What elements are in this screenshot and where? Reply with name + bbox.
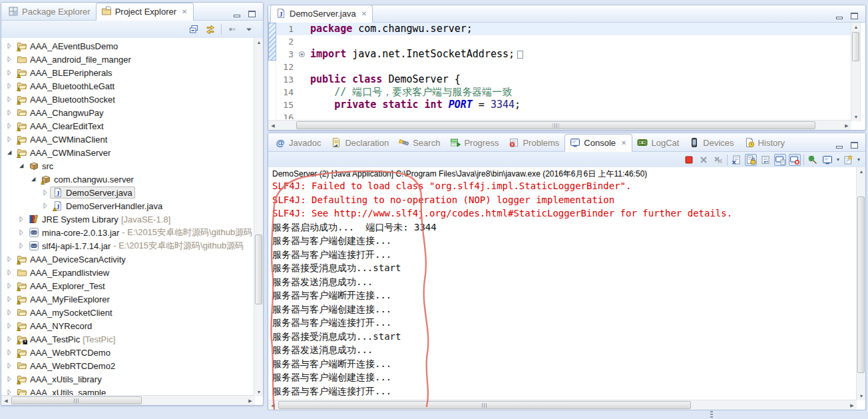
collapsed-arrow-icon[interactable] xyxy=(4,362,14,369)
tab-demoserver-java[interactable]: JDemoServer.java✕ xyxy=(270,5,373,23)
collapsed-arrow-icon[interactable] xyxy=(4,56,14,63)
code-line[interactable]: 12 xyxy=(276,61,865,73)
tree-row[interactable]: AAA_DeviceScanActivity xyxy=(1,252,263,266)
tree-row[interactable]: AAA_Explorer_Test xyxy=(1,279,263,292)
code-line[interactable]: 13public class DemoServer { xyxy=(276,73,865,86)
tab-package-explorer[interactable]: Package Explorer xyxy=(3,3,96,20)
collapsed-arrow-icon[interactable] xyxy=(4,282,14,289)
show-on-stdout-button[interactable] xyxy=(774,154,786,166)
tree-row[interactable]: AAA_WebRTCDemo xyxy=(1,346,263,359)
tree-item[interactable]: AAA_Explorer_Test xyxy=(14,280,108,292)
collapsed-arrow-icon[interactable] xyxy=(4,336,14,342)
tree-row[interactable]: AAA_CWMinaServer xyxy=(1,146,263,159)
collapsed-arrow-icon[interactable] xyxy=(4,43,14,49)
tab-declaration[interactable]: Declaration xyxy=(326,135,394,151)
tab-problems[interactable]: Problems xyxy=(504,135,564,151)
view-dropdown-button[interactable] xyxy=(243,23,255,35)
tree-row[interactable]: AAA_AEventBusDemo xyxy=(1,39,263,53)
code-line[interactable]: 14 // 端口号，要求客户端与服务器端一致 xyxy=(276,86,865,99)
tab-progress[interactable]: Progress xyxy=(445,135,504,151)
console-hscroll-thumb[interactable] xyxy=(278,401,691,409)
collapsed-arrow-icon[interactable] xyxy=(4,123,14,129)
tree-item[interactable]: src xyxy=(26,160,56,172)
link-with-editor-button[interactable] xyxy=(204,23,216,35)
scroll-up-arrow[interactable]: ▲ xyxy=(851,23,861,31)
maximize-button[interactable] xyxy=(850,141,859,149)
tree-row[interactable]: AAA_xUtils_sample xyxy=(1,386,263,395)
scroll-right-arrow[interactable]: ▶ xyxy=(246,396,255,406)
tree-item[interactable]: AAA_BLEPeripherals xyxy=(14,67,115,79)
tree-row[interactable]: AAA_WebRTCDemo2 xyxy=(1,359,263,372)
tree-row[interactable]: AAA_ClearEditText xyxy=(1,119,263,133)
scroll-down-arrow[interactable]: ▼ xyxy=(857,392,866,400)
tab-logcat[interactable]: LogCat xyxy=(632,135,684,151)
tree-vscrollbar[interactable]: ▲ ▼ xyxy=(254,38,263,396)
editor-hscroll-thumb[interactable] xyxy=(296,121,815,129)
tree-item[interactable]: com.changwu.server xyxy=(38,173,136,185)
tree-row[interactable]: JRE System Library[JavaSE-1.8] xyxy=(1,212,263,226)
scroll-right-arrow[interactable]: ▶ xyxy=(847,400,857,410)
minimize-button[interactable] xyxy=(835,141,843,149)
tree-item[interactable]: *AAA_TestPic[TestPic] xyxy=(14,333,118,345)
tree-row[interactable]: AAA_BLEPeripherals xyxy=(1,66,263,79)
tree-item[interactable]: AAA_BluetoothSocket xyxy=(14,93,118,105)
scroll-left-arrow[interactable]: ◀ xyxy=(268,400,278,410)
tree-row[interactable]: AAA_NYRecord xyxy=(1,319,263,332)
code-line[interactable]: 3+import java.net.InetSocketAddress; xyxy=(276,48,865,61)
tree-item[interactable]: 010slf4j-api-1.7.14.jar- E:\2015安卓临时源码\g… xyxy=(26,240,246,252)
tab-devices[interactable]: Devices xyxy=(684,135,739,151)
remove-all-launches-button[interactable] xyxy=(712,154,724,166)
collapsed-arrow-icon[interactable] xyxy=(4,69,14,76)
scroll-up-arrow[interactable]: ▲ xyxy=(857,167,866,176)
minimize-button[interactable] xyxy=(835,11,843,19)
code-editor[interactable]: 1package com.changwu.server;23+import ja… xyxy=(268,23,865,119)
tree-row[interactable]: AAA_MyFileExplorer xyxy=(1,292,263,306)
code-line[interactable]: 15 private static int PORT = 3344; xyxy=(276,99,865,111)
tree-item[interactable]: AAA_AEventBusDemo xyxy=(14,40,120,52)
scroll-down-arrow[interactable]: ▼ xyxy=(851,113,861,121)
tree-row[interactable]: 010slf4j-api-1.7.14.jar- E:\2015安卓临时源码\g… xyxy=(1,239,263,252)
tree-row[interactable]: AAA_CWMinaClient xyxy=(1,133,263,146)
tree-item[interactable]: AAA_android_file_manger xyxy=(14,53,134,65)
tab-search[interactable]: Search xyxy=(394,135,445,151)
tree-row[interactable]: *AAA_TestPic[TestPic] xyxy=(1,332,263,346)
collapsed-arrow-icon[interactable] xyxy=(16,216,26,222)
expanded-arrow-icon[interactable] xyxy=(28,176,38,183)
terminate-button[interactable] xyxy=(683,154,695,166)
tree-item[interactable]: AAA_xUtils_sample xyxy=(14,386,108,395)
expanded-arrow-icon[interactable] xyxy=(16,163,26,169)
tree-item[interactable]: AAA_ChangwuPay xyxy=(14,107,107,119)
tree-row[interactable]: JDemoServerHandler.java xyxy=(1,199,263,212)
tree-item[interactable]: AAA_DeviceScanActivity xyxy=(14,253,128,265)
console-vscroll-thumb[interactable] xyxy=(857,197,865,373)
scroll-left-arrow[interactable]: ◀ xyxy=(268,121,278,131)
tree-row[interactable]: 010mina-core-2.0.13.jar- E:\2015安卓临时源码\g… xyxy=(1,226,263,239)
view-menu-button[interactable] xyxy=(226,23,238,35)
tree-row[interactable]: AAA_BluetoothLeGatt xyxy=(1,79,263,93)
collapsed-arrow-icon[interactable] xyxy=(40,203,50,209)
collapsed-arrow-icon[interactable] xyxy=(4,269,14,276)
tree-item[interactable]: AAA_CWMinaClient xyxy=(14,133,110,145)
pin-console-button[interactable] xyxy=(807,154,819,166)
scroll-right-arrow[interactable]: ▶ xyxy=(842,121,851,131)
tree-item[interactable]: AAA_CWMinaServer xyxy=(14,147,113,159)
collapsed-arrow-icon[interactable] xyxy=(4,256,14,262)
tree-item[interactable]: AAA_Expandlistview xyxy=(14,266,112,278)
project-tree[interactable]: AAA_AEventBusDemoAAA_android_file_manger… xyxy=(1,38,263,395)
open-console-button[interactable] xyxy=(842,154,854,166)
scroll-up-arrow[interactable]: ▲ xyxy=(254,38,264,47)
collapsed-arrow-icon[interactable] xyxy=(4,389,14,395)
close-icon[interactable]: ✕ xyxy=(361,10,367,17)
tab-javadoc[interactable]: @Javadoc xyxy=(270,135,326,151)
tree-item[interactable]: JDemoServerHandler.java xyxy=(50,200,165,212)
dropdown-arrow-icon[interactable]: ▾ xyxy=(857,157,860,163)
code-line[interactable]: 16 xyxy=(276,111,865,119)
tree-row[interactable]: src xyxy=(1,159,263,173)
scroll-lock-button[interactable] xyxy=(745,154,757,166)
collapsed-arrow-icon[interactable] xyxy=(4,349,14,356)
tree-row[interactable]: com.changwu.server xyxy=(1,173,263,186)
tree-row[interactable]: AAA_ChangwuPay xyxy=(1,106,263,119)
console-output[interactable]: SLF4J: Failed to load class "org.slf4j.i… xyxy=(268,179,865,401)
collapsed-arrow-icon[interactable] xyxy=(4,309,14,316)
tree-item[interactable]: AAA_ClearEditText xyxy=(14,120,107,132)
